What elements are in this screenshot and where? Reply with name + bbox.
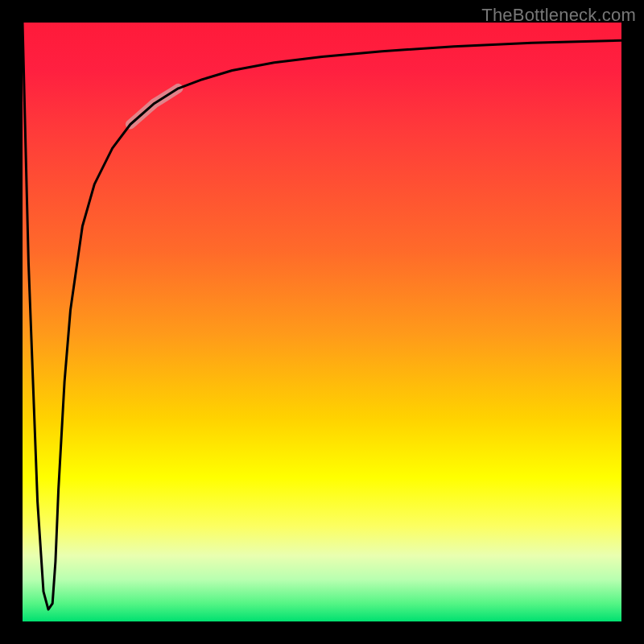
chart-frame: TheBottleneck.com	[0, 0, 644, 644]
curve-svg	[23, 23, 621, 621]
bottleneck-curve	[23, 23, 621, 609]
plot-area	[23, 23, 621, 621]
